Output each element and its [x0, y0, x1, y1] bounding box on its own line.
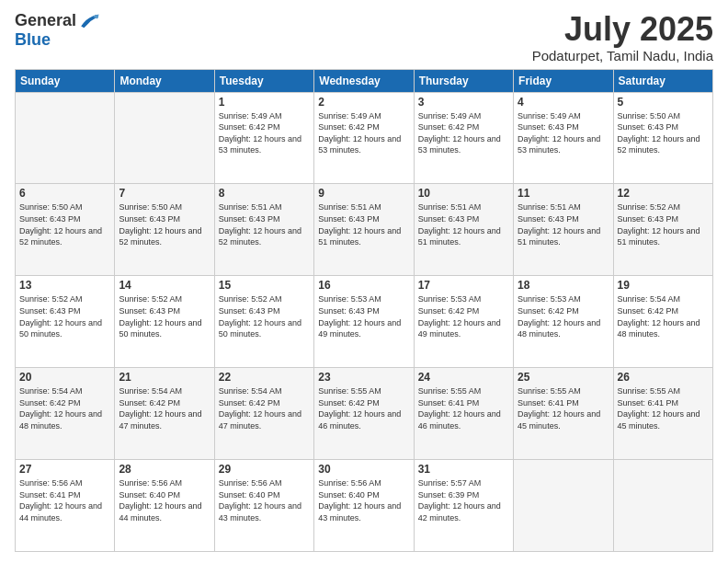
table-row: 24Sunrise: 5:55 AM Sunset: 6:41 PM Dayli…: [414, 368, 513, 460]
header-sunday: Sunday: [16, 69, 115, 92]
day-info: Sunrise: 5:52 AM Sunset: 6:43 PM Dayligh…: [618, 201, 709, 247]
day-info: Sunrise: 5:55 AM Sunset: 6:42 PM Dayligh…: [318, 385, 409, 431]
day-info: Sunrise: 5:52 AM Sunset: 6:43 PM Dayligh…: [219, 293, 310, 339]
day-number: 27: [19, 463, 110, 476]
day-info: Sunrise: 5:52 AM Sunset: 6:43 PM Dayligh…: [19, 293, 110, 339]
day-number: 10: [418, 187, 509, 200]
day-number: 6: [19, 187, 110, 200]
table-row: 2Sunrise: 5:49 AM Sunset: 6:42 PM Daylig…: [314, 92, 414, 184]
day-info: Sunrise: 5:50 AM Sunset: 6:43 PM Dayligh…: [19, 201, 110, 247]
header-friday: Friday: [514, 69, 613, 92]
day-info: Sunrise: 5:53 AM Sunset: 6:42 PM Dayligh…: [518, 293, 609, 339]
day-number: 15: [219, 279, 310, 292]
table-row: 19Sunrise: 5:54 AM Sunset: 6:42 PM Dayli…: [613, 276, 712, 368]
calendar-week-row: 13Sunrise: 5:52 AM Sunset: 6:43 PM Dayli…: [16, 276, 713, 368]
table-row: [514, 460, 613, 552]
day-info: Sunrise: 5:51 AM Sunset: 6:43 PM Dayligh…: [318, 201, 409, 247]
table-row: 9Sunrise: 5:51 AM Sunset: 6:43 PM Daylig…: [314, 184, 414, 276]
day-number: 24: [418, 371, 509, 384]
day-info: Sunrise: 5:50 AM Sunset: 6:43 PM Dayligh…: [119, 201, 210, 247]
table-row: 18Sunrise: 5:53 AM Sunset: 6:42 PM Dayli…: [514, 276, 613, 368]
table-row: 8Sunrise: 5:51 AM Sunset: 6:43 PM Daylig…: [214, 184, 313, 276]
day-number: 9: [318, 187, 409, 200]
table-row: 28Sunrise: 5:56 AM Sunset: 6:40 PM Dayli…: [115, 460, 214, 552]
day-number: 7: [119, 187, 210, 200]
day-number: 31: [418, 463, 509, 476]
table-row: 30Sunrise: 5:56 AM Sunset: 6:40 PM Dayli…: [314, 460, 414, 552]
day-info: Sunrise: 5:53 AM Sunset: 6:42 PM Dayligh…: [418, 293, 509, 339]
day-info: Sunrise: 5:49 AM Sunset: 6:42 PM Dayligh…: [219, 110, 310, 156]
calendar-week-row: 27Sunrise: 5:56 AM Sunset: 6:41 PM Dayli…: [16, 460, 713, 552]
day-number: 5: [618, 96, 709, 109]
logo-blue-text: Blue: [15, 30, 51, 50]
day-info: Sunrise: 5:51 AM Sunset: 6:43 PM Dayligh…: [418, 201, 509, 247]
table-row: [613, 460, 712, 552]
table-row: 5Sunrise: 5:50 AM Sunset: 6:43 PM Daylig…: [613, 92, 712, 184]
table-row: 13Sunrise: 5:52 AM Sunset: 6:43 PM Dayli…: [16, 276, 115, 368]
table-row: 29Sunrise: 5:56 AM Sunset: 6:40 PM Dayli…: [214, 460, 313, 552]
day-info: Sunrise: 5:54 AM Sunset: 6:42 PM Dayligh…: [19, 385, 110, 431]
table-row: 3Sunrise: 5:49 AM Sunset: 6:42 PM Daylig…: [414, 92, 513, 184]
day-number: 13: [19, 279, 110, 292]
day-info: Sunrise: 5:51 AM Sunset: 6:43 PM Dayligh…: [518, 201, 609, 247]
table-row: 22Sunrise: 5:54 AM Sunset: 6:42 PM Dayli…: [214, 368, 313, 460]
table-row: [16, 92, 115, 184]
table-row: 16Sunrise: 5:53 AM Sunset: 6:43 PM Dayli…: [314, 276, 414, 368]
table-row: 21Sunrise: 5:54 AM Sunset: 6:42 PM Dayli…: [115, 368, 214, 460]
logo-bird-icon: [78, 13, 100, 29]
day-info: Sunrise: 5:55 AM Sunset: 6:41 PM Dayligh…: [418, 385, 509, 431]
day-info: Sunrise: 5:54 AM Sunset: 6:42 PM Dayligh…: [219, 385, 310, 431]
table-row: 20Sunrise: 5:54 AM Sunset: 6:42 PM Dayli…: [16, 368, 115, 460]
header-tuesday: Tuesday: [214, 69, 313, 92]
calendar-week-row: 20Sunrise: 5:54 AM Sunset: 6:42 PM Dayli…: [16, 368, 713, 460]
day-number: 28: [119, 463, 210, 476]
table-row: [115, 92, 214, 184]
day-info: Sunrise: 5:54 AM Sunset: 6:42 PM Dayligh…: [618, 293, 709, 339]
day-info: Sunrise: 5:54 AM Sunset: 6:42 PM Dayligh…: [119, 385, 210, 431]
calendar-week-row: 1Sunrise: 5:49 AM Sunset: 6:42 PM Daylig…: [16, 92, 713, 184]
day-number: 29: [219, 463, 310, 476]
table-row: 11Sunrise: 5:51 AM Sunset: 6:43 PM Dayli…: [514, 184, 613, 276]
day-number: 19: [618, 279, 709, 292]
day-number: 4: [518, 96, 609, 109]
calendar-header-row: Sunday Monday Tuesday Wednesday Thursday…: [16, 69, 713, 92]
day-info: Sunrise: 5:51 AM Sunset: 6:43 PM Dayligh…: [219, 201, 310, 247]
table-row: 17Sunrise: 5:53 AM Sunset: 6:42 PM Dayli…: [414, 276, 513, 368]
table-row: 14Sunrise: 5:52 AM Sunset: 6:43 PM Dayli…: [115, 276, 214, 368]
day-info: Sunrise: 5:57 AM Sunset: 6:39 PM Dayligh…: [418, 477, 509, 523]
table-row: 15Sunrise: 5:52 AM Sunset: 6:43 PM Dayli…: [214, 276, 313, 368]
day-info: Sunrise: 5:56 AM Sunset: 6:40 PM Dayligh…: [119, 477, 210, 523]
day-number: 3: [418, 96, 509, 109]
table-row: 23Sunrise: 5:55 AM Sunset: 6:42 PM Dayli…: [314, 368, 414, 460]
day-number: 21: [119, 371, 210, 384]
table-row: 12Sunrise: 5:52 AM Sunset: 6:43 PM Dayli…: [613, 184, 712, 276]
day-info: Sunrise: 5:49 AM Sunset: 6:42 PM Dayligh…: [318, 110, 409, 156]
header-monday: Monday: [115, 69, 214, 92]
table-row: 27Sunrise: 5:56 AM Sunset: 6:41 PM Dayli…: [16, 460, 115, 552]
day-number: 20: [19, 371, 110, 384]
header-saturday: Saturday: [613, 69, 712, 92]
day-number: 17: [418, 279, 509, 292]
table-row: 1Sunrise: 5:49 AM Sunset: 6:42 PM Daylig…: [214, 92, 313, 184]
logo-general-text: General: [15, 11, 76, 30]
title-block: July 2025 Podaturpet, Tamil Nadu, India: [532, 11, 713, 63]
calendar-week-row: 6Sunrise: 5:50 AM Sunset: 6:43 PM Daylig…: [16, 184, 713, 276]
day-number: 12: [618, 187, 709, 200]
table-row: 4Sunrise: 5:49 AM Sunset: 6:43 PM Daylig…: [514, 92, 613, 184]
day-info: Sunrise: 5:49 AM Sunset: 6:43 PM Dayligh…: [518, 110, 609, 156]
table-row: 6Sunrise: 5:50 AM Sunset: 6:43 PM Daylig…: [16, 184, 115, 276]
day-number: 11: [518, 187, 609, 200]
day-number: 26: [618, 371, 709, 384]
day-info: Sunrise: 5:53 AM Sunset: 6:43 PM Dayligh…: [318, 293, 409, 339]
header: General Blue July 2025 Podaturpet, Tamil…: [15, 11, 713, 63]
day-number: 23: [318, 371, 409, 384]
subtitle: Podaturpet, Tamil Nadu, India: [532, 48, 713, 63]
day-number: 18: [518, 279, 609, 292]
header-wednesday: Wednesday: [314, 69, 414, 92]
day-info: Sunrise: 5:49 AM Sunset: 6:42 PM Dayligh…: [418, 110, 509, 156]
logo: General Blue: [15, 11, 100, 50]
calendar-body: 1Sunrise: 5:49 AM Sunset: 6:42 PM Daylig…: [16, 92, 713, 551]
main-title: July 2025: [532, 11, 713, 48]
day-number: 14: [119, 279, 210, 292]
day-number: 25: [518, 371, 609, 384]
